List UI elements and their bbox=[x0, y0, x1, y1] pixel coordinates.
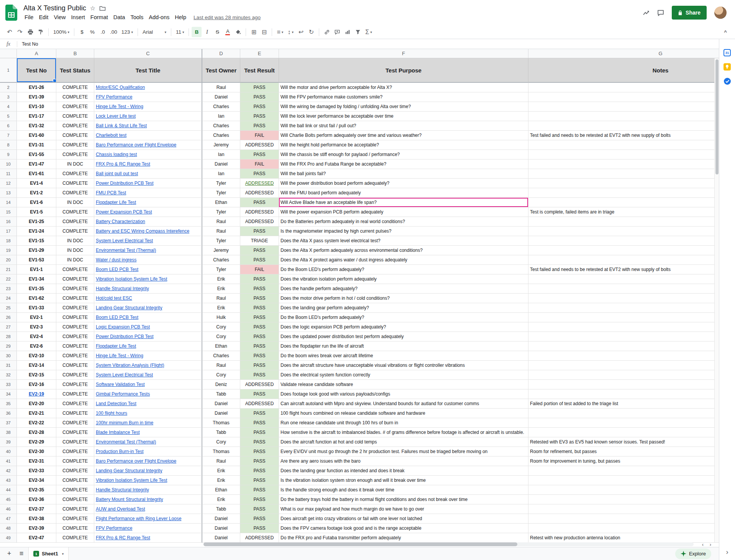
cell-E24[interactable]: PASS bbox=[240, 294, 279, 303]
header-cell-G1[interactable]: Notes bbox=[528, 58, 719, 83]
cell-D19[interactable]: Jeremy bbox=[202, 246, 240, 255]
cell-C36[interactable]: 100 flight hours bbox=[94, 409, 202, 418]
cell-E32[interactable]: PASS bbox=[240, 370, 279, 380]
cell-B45[interactable]: COMPLETE bbox=[56, 495, 94, 504]
row-header-30[interactable]: 30 bbox=[0, 351, 17, 361]
cell-D37[interactable]: Thomas bbox=[202, 418, 240, 428]
cell-B6[interactable]: COMPLETE bbox=[56, 121, 94, 131]
cell-B15[interactable]: COMPLETE bbox=[56, 207, 94, 217]
cell-F18[interactable]: Does the Alta X pass system level electr… bbox=[279, 236, 528, 246]
cell-A38[interactable]: EV2-28 bbox=[17, 428, 56, 437]
cell-A47[interactable]: EV2-38 bbox=[17, 514, 56, 524]
cell-C46[interactable]: AUW and Overload Test bbox=[94, 504, 202, 514]
cell-G42[interactable] bbox=[528, 466, 719, 476]
cell-D20[interactable]: Charles bbox=[202, 255, 240, 265]
cell-G6[interactable] bbox=[528, 121, 719, 131]
cell-G10[interactable] bbox=[528, 159, 719, 169]
cell-F38[interactable]: How senstive is the aircraft to imbalanc… bbox=[279, 428, 528, 437]
column-header-C[interactable]: C bbox=[94, 49, 202, 58]
cell-A27[interactable]: EV2-3 bbox=[17, 322, 56, 332]
cell-G40[interactable]: Room for refinement, but passes bbox=[528, 447, 719, 457]
cell-B34[interactable]: COMPLETE bbox=[56, 389, 94, 399]
column-header-B[interactable]: B bbox=[56, 49, 94, 58]
number-format-button[interactable]: 123▾ bbox=[120, 27, 135, 37]
cell-A37[interactable]: EV2-22 bbox=[17, 418, 56, 428]
cell-G46[interactable] bbox=[528, 504, 719, 514]
cell-C2[interactable]: Motor/ESC Qualification bbox=[94, 83, 202, 92]
cell-B18[interactable]: IN DOC bbox=[56, 236, 94, 246]
cell-G4[interactable] bbox=[528, 102, 719, 112]
cell-B4[interactable]: COMPLETE bbox=[56, 102, 94, 112]
cell-B13[interactable]: COMPLETE bbox=[56, 188, 94, 198]
row-header-33[interactable]: 33 bbox=[0, 380, 17, 389]
cell-G14[interactable] bbox=[528, 198, 719, 207]
row-header-48[interactable]: 48 bbox=[0, 524, 17, 533]
cell-E12[interactable]: ADDRESSED bbox=[240, 179, 279, 188]
cell-G43[interactable] bbox=[528, 476, 719, 485]
cell-E38[interactable]: PASS bbox=[240, 428, 279, 437]
text-color-button[interactable]: A bbox=[223, 27, 233, 37]
cell-B7[interactable]: COMPLETE bbox=[56, 131, 94, 140]
cell-G11[interactable] bbox=[528, 169, 719, 179]
cell-D30[interactable]: Charles bbox=[202, 351, 240, 361]
all-sheets-icon[interactable]: ≡ bbox=[16, 549, 27, 559]
cell-A21[interactable]: EV1-1 bbox=[17, 265, 56, 274]
cell-C34[interactable]: Gimbal Performance Tests bbox=[94, 389, 202, 399]
row-header-5[interactable]: 5 bbox=[0, 112, 17, 121]
last-edit-link[interactable]: Last edit was 28 minutes ago bbox=[194, 15, 261, 20]
cell-C14[interactable]: Flopdapter Life Test bbox=[94, 198, 202, 207]
row-header-37[interactable]: 37 bbox=[0, 418, 17, 428]
vertical-scrollbar[interactable] bbox=[714, 58, 719, 542]
cell-F19[interactable]: Does the Alta X perform adequately acros… bbox=[279, 246, 528, 255]
cell-G32[interactable] bbox=[528, 370, 719, 380]
cell-F12[interactable]: Will the power distribution board perfor… bbox=[279, 179, 528, 188]
cell-D42[interactable]: Erik bbox=[202, 466, 240, 476]
cell-B8[interactable]: COMPLETE bbox=[56, 140, 94, 150]
cell-E22[interactable]: PASS bbox=[240, 274, 279, 284]
insert-link-icon[interactable] bbox=[322, 27, 332, 37]
cell-F32[interactable]: Does the electrical system function corr… bbox=[279, 370, 528, 380]
row-header-22[interactable]: 22 bbox=[0, 274, 17, 284]
cell-E26[interactable]: PASS bbox=[240, 313, 279, 322]
horizontal-scrollbar[interactable] bbox=[203, 542, 694, 546]
cell-E30[interactable]: PASS bbox=[240, 351, 279, 361]
cell-E19[interactable]: PASS bbox=[240, 246, 279, 255]
cell-C26[interactable]: Boom LED PCB Test bbox=[94, 313, 202, 322]
cell-G31[interactable] bbox=[528, 361, 719, 370]
sheets-logo-icon[interactable] bbox=[5, 5, 17, 21]
row-header-35[interactable]: 35 bbox=[0, 399, 17, 409]
row-header-32[interactable]: 32 bbox=[0, 370, 17, 380]
cell-B40[interactable]: COMPLETE bbox=[56, 447, 94, 457]
cell-C4[interactable]: Hinge Life Test - Wiring bbox=[94, 102, 202, 112]
cell-F16[interactable]: Do the Batteries perform adequately in r… bbox=[279, 217, 528, 227]
cell-F42[interactable]: Does the landing gear function as intend… bbox=[279, 466, 528, 476]
row-header-24[interactable]: 24 bbox=[0, 294, 17, 303]
cell-D33[interactable]: Deniz bbox=[202, 380, 240, 389]
row-header-39[interactable]: 39 bbox=[0, 437, 17, 447]
cell-D10[interactable]: Daniel bbox=[202, 159, 240, 169]
cell-E48[interactable]: PASS bbox=[240, 524, 279, 533]
menu-format[interactable]: Format bbox=[88, 13, 111, 21]
insert-comment-icon[interactable] bbox=[332, 27, 342, 37]
cell-B44[interactable]: COMPLETE bbox=[56, 485, 94, 495]
cell-E45[interactable]: PASS bbox=[240, 495, 279, 504]
row-header-15[interactable]: 15 bbox=[0, 207, 17, 217]
cell-C40[interactable]: Production Burn-in Test bbox=[94, 447, 202, 457]
cell-G25[interactable] bbox=[528, 303, 719, 313]
cell-D39[interactable]: Cory bbox=[202, 437, 240, 447]
cell-G24[interactable] bbox=[528, 294, 719, 303]
cell-C29[interactable]: Flopdapter Life Test bbox=[94, 342, 202, 351]
cell-B39[interactable]: COMPLETE bbox=[56, 437, 94, 447]
cell-A11[interactable]: EV1-61 bbox=[17, 169, 56, 179]
menu-view[interactable]: View bbox=[51, 13, 68, 21]
collapse-toolbar-icon[interactable]: ^ bbox=[720, 27, 730, 37]
cell-C47[interactable]: Flight Performance with Ring Lever Loose bbox=[94, 514, 202, 524]
cell-G47[interactable] bbox=[528, 514, 719, 524]
cell-F8[interactable]: Will the height hold performance be acce… bbox=[279, 140, 528, 150]
cell-A29[interactable]: EV2-6 bbox=[17, 342, 56, 351]
row-header-28[interactable]: 28 bbox=[0, 332, 17, 342]
cell-B17[interactable]: COMPLETE bbox=[56, 227, 94, 236]
cell-G39[interactable]: Retested with EV3 as EV5 had known senso… bbox=[528, 437, 719, 447]
cell-A16[interactable]: EV1-25 bbox=[17, 217, 56, 227]
cell-D13[interactable]: Tyler bbox=[202, 188, 240, 198]
